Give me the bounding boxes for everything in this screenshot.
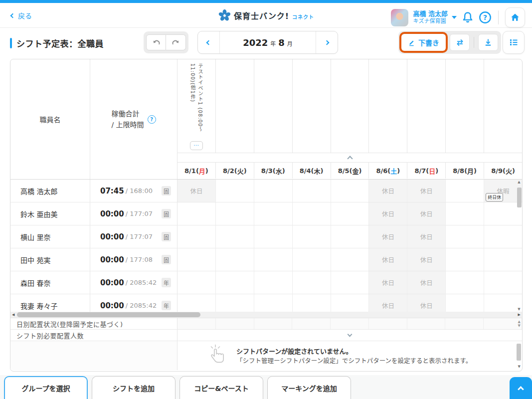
shift-cell-8/2[interactable] <box>216 225 254 248</box>
message-scroll-thumb[interactable] <box>517 344 521 361</box>
collapse-panel-button[interactable] <box>510 377 532 399</box>
event-cell-8/1[interactable]: テストイベント1 (08:00〜11:00)(他1件)… <box>177 59 216 153</box>
shift-cell-8/6[interactable]: 休日 <box>369 248 407 271</box>
shift-cell-8/6[interactable]: 休日 <box>369 294 407 312</box>
event-cell-8/4[interactable] <box>293 59 331 153</box>
shift-cell-8/6[interactable]: 休日 <box>369 225 407 248</box>
event-cell-8/5[interactable] <box>331 59 369 153</box>
event-cell-8/3[interactable] <box>254 59 293 153</box>
shift-cell-8/5[interactable] <box>331 294 369 312</box>
shift-cell-8/4[interactable] <box>293 294 331 312</box>
shift-cell-8/5[interactable] <box>331 225 369 248</box>
redo-button[interactable] <box>166 34 186 50</box>
action-divider <box>474 37 474 48</box>
shift-cell-8/5[interactable] <box>331 248 369 271</box>
shift-cell-8/1[interactable] <box>177 225 216 248</box>
shift-cell-8/4[interactable] <box>293 248 331 271</box>
shift-cell-8/6[interactable]: 休日 <box>369 180 407 202</box>
shift-cell-8/6[interactable]: 休日 <box>369 202 407 225</box>
event-cell-8/8[interactable] <box>446 59 484 153</box>
shift-cell-8/2[interactable] <box>216 202 254 225</box>
staff-name-cell[interactable]: 森田 春奈 <box>10 271 90 294</box>
staff-name-cell[interactable]: 鈴木 亜由美 <box>10 202 90 225</box>
event-cell-8/6[interactable] <box>369 59 407 153</box>
scroll-up-arrow[interactable]: ▲ <box>518 180 520 185</box>
shift-cell-8/8[interactable] <box>446 271 484 294</box>
bottom-tab-シフトを追加[interactable]: シフトを追加 <box>92 376 176 399</box>
prev-month-button[interactable] <box>198 31 220 53</box>
bottom-tab-グループを選択[interactable]: グループを選択 <box>4 376 88 399</box>
shift-cell-8/5[interactable] <box>331 271 369 294</box>
shift-cell-8/4[interactable] <box>293 225 331 248</box>
legend-list-button[interactable] <box>503 31 525 54</box>
notification-bell-icon[interactable] <box>461 11 474 24</box>
shift-cell-8/4[interactable] <box>293 271 331 294</box>
draft-status-button[interactable]: 下書き <box>401 34 446 51</box>
undo-button[interactable] <box>146 34 166 50</box>
shift-cell-8/7[interactable]: 休日 <box>407 180 446 202</box>
shift-cell-8/2[interactable] <box>216 271 254 294</box>
toolbar-action-group: 下書き <box>398 31 501 54</box>
shift-cell-8/8[interactable] <box>446 202 484 225</box>
shift-cell-8/2[interactable] <box>216 294 254 312</box>
shift-cell-8/5[interactable] <box>331 202 369 225</box>
next-month-button[interactable] <box>316 31 338 53</box>
home-button[interactable] <box>505 7 525 27</box>
collapse-events-button[interactable] <box>177 153 522 163</box>
shift-cell-8/7[interactable]: 休日 <box>407 294 446 312</box>
shift-cell-8/7[interactable]: 休日 <box>407 225 446 248</box>
horizontal-scrollbar[interactable]: ◀ ▶ <box>10 312 522 318</box>
shift-cell-8/8[interactable] <box>446 294 484 312</box>
horizontal-scroll-thumb[interactable] <box>17 312 200 317</box>
scroll-left-arrow[interactable]: ◀ <box>12 313 14 317</box>
total-help-icon[interactable]: ? <box>148 115 156 124</box>
event-cell-8/9[interactable] <box>484 59 522 153</box>
user-avatar[interactable] <box>391 9 408 26</box>
shift-cell-8/3[interactable] <box>254 180 293 202</box>
staff-name-cell[interactable]: 我妻 寿々子 <box>10 294 90 312</box>
staff-name-cell[interactable]: 高橋 浩太郎 <box>10 180 90 202</box>
user-menu[interactable]: 高橋 浩太郎 キズナ保育園 <box>413 10 457 25</box>
shift-cell-8/1[interactable]: 休日 <box>177 180 216 202</box>
shift-cell-8/8[interactable] <box>446 248 484 271</box>
shift-cell-8/8[interactable] <box>446 225 484 248</box>
staff-name-cell[interactable]: 田中 苑実 <box>10 248 90 271</box>
event-cell-8/7[interactable] <box>407 59 446 153</box>
shift-cell-8/2[interactable] <box>216 248 254 271</box>
shift-cell-8/3[interactable] <box>254 248 293 271</box>
staff-name-cell[interactable]: 横山 里奈 <box>10 225 90 248</box>
scroll-down-arrow[interactable]: ▼ <box>518 307 520 312</box>
event-more-button[interactable]: … <box>190 141 203 150</box>
bottom-tab-マーキングを追加[interactable]: マーキングを追加 <box>267 376 351 399</box>
shift-cell-8/1[interactable] <box>177 271 216 294</box>
event-cell-8/2[interactable] <box>216 59 254 153</box>
shift-cell-8/4[interactable] <box>293 202 331 225</box>
shift-cell-8/3[interactable] <box>254 202 293 225</box>
shift-cell-8/4[interactable] <box>293 180 331 202</box>
month-value: 8 <box>278 37 285 48</box>
shift-cell-8/7[interactable]: 休日 <box>407 248 446 271</box>
message-scroll-down-arrow[interactable]: ▼ <box>518 365 521 369</box>
back-button[interactable]: 戻る <box>11 10 32 20</box>
shift-cell-8/3[interactable] <box>254 225 293 248</box>
shift-cell-8/1[interactable] <box>177 248 216 271</box>
shift-cell-8/2[interactable] <box>216 180 254 202</box>
shift-cell-8/3[interactable] <box>254 271 293 294</box>
shift-cell-8/3[interactable] <box>254 294 293 312</box>
shift-cell-8/1[interactable] <box>177 202 216 225</box>
scroll-right-arrow[interactable]: ▶ <box>518 313 521 317</box>
shift-cell-8/6[interactable]: 休日 <box>369 271 407 294</box>
bottom-tab-コピー&ペースト[interactable]: コピー&ペースト <box>179 376 263 399</box>
shift-cell-8/1[interactable] <box>177 294 216 312</box>
vertical-scroll-thumb[interactable] <box>517 188 522 207</box>
help-icon[interactable]: ? <box>479 11 492 24</box>
shift-cell-8/7[interactable]: 休日 <box>407 202 446 225</box>
swap-view-button[interactable] <box>450 34 470 51</box>
meta-scroll-arrows[interactable]: ▲▼ <box>518 320 521 328</box>
download-button[interactable] <box>478 34 498 51</box>
shift-cell-8/8[interactable] <box>446 180 484 202</box>
expand-required-button[interactable] <box>177 330 522 341</box>
shift-cell-8/7[interactable]: 休日 <box>407 271 446 294</box>
shift-cell-8/5[interactable] <box>331 180 369 202</box>
vertical-scrollbar[interactable]: ▲ ▼ <box>516 180 522 312</box>
